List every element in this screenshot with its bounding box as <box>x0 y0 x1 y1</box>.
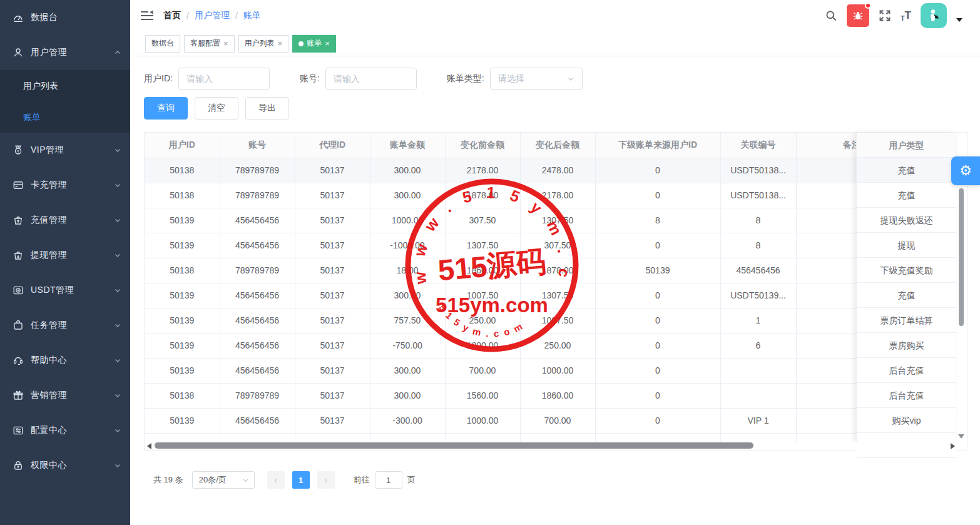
cell-filler <box>720 433 796 442</box>
prev-page-button[interactable]: ‹ <box>267 471 285 489</box>
table-cell: 1000.00 <box>370 208 445 233</box>
close-icon[interactable]: × <box>223 39 228 48</box>
tab-item[interactable]: 数据台 <box>145 35 180 53</box>
scroll-right-arrow[interactable] <box>951 443 955 449</box>
table-cell: 300.00 <box>370 383 445 408</box>
bug-report-button[interactable] <box>847 4 869 27</box>
sidebar-item-label: VIP管理 <box>31 145 114 156</box>
table-cell: USDT50138... <box>720 183 796 208</box>
config-icon <box>13 425 24 436</box>
table-row[interactable]: 5013878978978950137300.001878.002178.000… <box>145 183 957 208</box>
table-cell: 50137 <box>295 183 370 208</box>
horizontal-scrollbar-thumb[interactable] <box>155 442 753 449</box>
sidebar-item-label: 任务管理 <box>31 320 114 331</box>
table-cell: 307.50 <box>520 233 595 258</box>
sidebar-item[interactable]: USDT管理 <box>0 273 130 308</box>
top-navbar: 首页/用户管理/账单 TT <box>130 0 980 31</box>
table-column-header: 下级账单来源用户ID <box>595 133 720 158</box>
sidebar-item[interactable]: 营销管理 <box>0 378 130 413</box>
sidebar-item-label: 卡充管理 <box>31 180 114 191</box>
close-icon[interactable]: × <box>325 39 330 48</box>
table-cell: 1007.50 <box>445 283 520 308</box>
table-row[interactable]: 501387897897895013718.001860.001878.0050… <box>145 258 957 283</box>
chevron-down-icon[interactable] <box>956 18 962 22</box>
vertical-scrollbar-thumb[interactable] <box>959 188 964 326</box>
table-row[interactable]: 5013945645645650137757.50250.001007.5001 <box>145 308 957 333</box>
dashboard-icon <box>13 12 24 23</box>
table-row[interactable]: 5013878978978950137300.001560.001860.000 <box>145 383 957 408</box>
user-type-cell: 下级充值奖励 <box>857 258 956 283</box>
avatar[interactable] <box>921 3 947 28</box>
current-page-button[interactable]: 1 <box>292 471 310 489</box>
table-row[interactable]: 5013878978978950137300.002178.002478.000… <box>145 158 957 183</box>
table-row[interactable]: 5013945645645650137-300.001000.00700.000… <box>145 408 957 433</box>
table-scroll-area: 用户ID账号代理ID账单金额变化前金额变化后金额下级账单来源用户ID关联编号备注… <box>145 133 957 442</box>
user-type-cell: 后台充值 <box>857 358 956 383</box>
goto-page-input[interactable] <box>375 471 402 489</box>
search-icon[interactable] <box>825 9 837 22</box>
chevron-down-icon <box>114 357 121 364</box>
sidebar-item[interactable]: 充值管理 <box>0 203 130 238</box>
table-cell: -1000.00 <box>370 233 445 258</box>
sidebar-item[interactable]: 用户管理 <box>0 35 130 70</box>
table-cell: 789789789 <box>220 258 295 283</box>
bill-type-select[interactable]: 请选择 <box>490 68 583 90</box>
sidebar-item[interactable]: 配置中心 <box>0 413 130 448</box>
table-row[interactable]: 5013945645645650137300.001007.501307.500… <box>145 283 957 308</box>
table-cell: 1007.50 <box>520 308 595 333</box>
font-size-icon[interactable]: TT <box>901 9 911 22</box>
clear-button[interactable]: 清空 <box>195 97 238 120</box>
next-page-button[interactable]: › <box>317 471 335 489</box>
table-cell: 0 <box>595 183 720 208</box>
close-icon[interactable]: × <box>278 39 283 48</box>
sidebar-subitem[interactable]: 账单 <box>0 101 130 133</box>
chevron-down-icon <box>114 392 121 399</box>
table-column-header: 变化后金额 <box>520 133 595 158</box>
table-row[interactable]: 5013945645645650137300.00700.001000.000 <box>145 358 957 383</box>
sidebar-item[interactable]: VIP管理 <box>0 133 130 168</box>
table-cell <box>720 383 796 408</box>
page-size-select[interactable]: 20条/页 <box>192 471 255 489</box>
table-cell: 456456456 <box>220 283 295 308</box>
fullscreen-icon[interactable] <box>879 9 891 22</box>
medal-icon <box>13 145 24 156</box>
sidebar-item[interactable]: 卡充管理 <box>0 168 130 203</box>
sidebar-item[interactable]: 帮助中心 <box>0 343 130 378</box>
chevron-down-icon <box>114 146 121 154</box>
account-input[interactable] <box>325 68 417 90</box>
column-settings-button[interactable]: ⚙ <box>951 156 980 185</box>
breadcrumb-item[interactable]: 用户管理 <box>195 10 230 21</box>
sidebar-subitem[interactable]: 用户列表 <box>0 70 130 101</box>
table-cell: 50137 <box>295 308 370 333</box>
breadcrumb-item[interactable]: 首页 <box>163 10 181 21</box>
sidebar-collapse-icon[interactable] <box>141 9 153 22</box>
scroll-left-arrow[interactable] <box>147 443 151 449</box>
export-button[interactable]: 导出 <box>245 97 289 120</box>
cell-filler <box>445 433 520 442</box>
user-type-cell: 提现失败返还 <box>857 208 956 233</box>
user-id-label: 用户ID: <box>144 73 173 84</box>
table-column-header: 用户ID <box>145 133 220 158</box>
tab-item[interactable]: 用户列表× <box>238 35 289 53</box>
table-cell: 2478.00 <box>520 158 595 183</box>
breadcrumb-item[interactable]: 账单 <box>243 10 261 21</box>
table-row[interactable]: 5013945645645650137-1000.001307.50307.50… <box>145 233 957 258</box>
card-icon <box>13 180 24 191</box>
table-cell: 1307.50 <box>445 233 520 258</box>
sidebar-item[interactable]: 任务管理 <box>0 308 130 343</box>
table-row[interactable]: 50139456456456501371000.00307.501307.508… <box>145 208 957 233</box>
table-cell: 1560.00 <box>445 383 520 408</box>
tab-item[interactable]: 账单× <box>292 35 336 53</box>
table-row[interactable]: 5013945645645650137-750.001000.00250.000… <box>145 333 957 358</box>
user-id-input[interactable] <box>178 68 270 90</box>
scroll-down-arrow[interactable] <box>958 434 964 439</box>
sidebar-item[interactable]: 权限中心 <box>0 448 130 483</box>
sidebar-item[interactable]: 数据台 <box>0 0 130 35</box>
search-button[interactable]: 查询 <box>144 97 188 120</box>
notification-dot <box>865 3 871 9</box>
tab-item[interactable]: 客服配置× <box>184 35 235 53</box>
table-cell: USDT50138... <box>720 158 796 183</box>
chevron-down-icon <box>242 477 249 484</box>
table-cell: 300.00 <box>370 158 445 183</box>
sidebar-item[interactable]: 提现管理 <box>0 238 130 273</box>
